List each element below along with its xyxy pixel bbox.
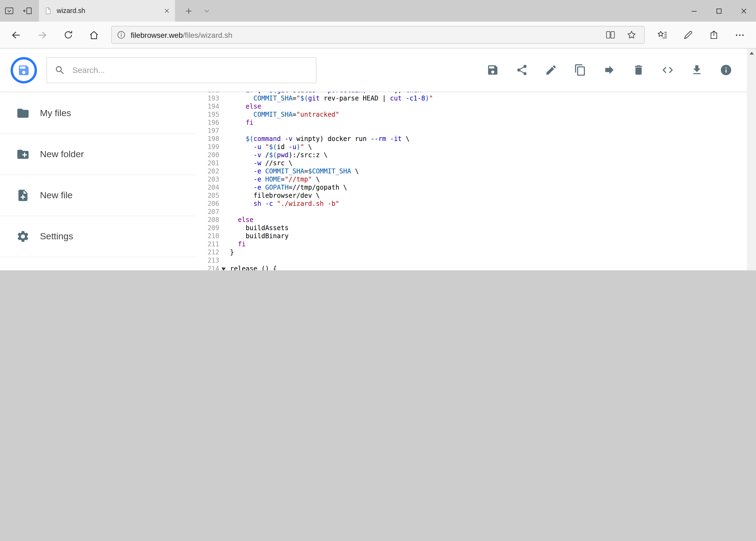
code-text: else [230, 103, 747, 111]
close-tab-icon[interactable] [164, 8, 169, 14]
sidebar-item-my-files[interactable]: My files [0, 93, 195, 134]
code-line[interactable]: 205 filebrowser/dev \ [195, 192, 747, 200]
pen-icon [682, 29, 693, 40]
move-button[interactable] [603, 64, 616, 76]
reading-view-button[interactable] [602, 30, 619, 40]
code-line[interactable]: 207 [195, 208, 747, 216]
code-line[interactable]: 194 else [195, 103, 747, 111]
info-icon [720, 64, 732, 76]
fold-gutter [219, 232, 230, 241]
code-text: fi [230, 241, 747, 249]
ellipsis-icon [734, 29, 745, 40]
fold-arrow-icon[interactable] [221, 268, 226, 270]
add-favorite-button[interactable] [623, 30, 639, 40]
copy-button[interactable] [574, 64, 587, 76]
new-tab-button[interactable] [179, 0, 197, 22]
scrollbar-up-button[interactable] [747, 49, 756, 58]
share-button[interactable] [516, 64, 528, 76]
window-close-button[interactable] [731, 0, 756, 22]
sidebar-item-settings[interactable]: Settings [0, 216, 195, 257]
code-line[interactable]: 199 -u "$(id -u)" \ [195, 143, 747, 151]
code-line[interactable]: 208 else [195, 216, 747, 224]
window-maximize-button[interactable] [706, 0, 731, 22]
tab-strip: wizard.sh [0, 0, 756, 22]
back-button[interactable] [3, 22, 29, 48]
code-line[interactable]: 203 -e HOME="//tmp" \ [195, 176, 747, 184]
fold-gutter [219, 119, 230, 127]
browser-share-button[interactable] [701, 22, 727, 48]
scrollbar-up-arrow-icon [749, 52, 754, 55]
code-line[interactable]: 195 COMMIT_SHA="untracked" [195, 111, 747, 119]
active-tab[interactable]: wizard.sh [39, 0, 175, 22]
code-line[interactable]: 213 [195, 257, 747, 265]
tab-list-button[interactable] [197, 0, 216, 22]
rename-button[interactable] [545, 64, 557, 76]
search-box[interactable] [46, 57, 316, 83]
window-minimize-button[interactable] [681, 0, 706, 22]
source-view-button[interactable] [661, 64, 674, 76]
code-line[interactable]: 210 buildBinary [195, 232, 747, 241]
fold-gutter [219, 241, 230, 249]
more-options-button[interactable] [727, 22, 753, 48]
line-number: 195 [195, 111, 219, 119]
code-line[interactable]: 211 fi [195, 241, 747, 249]
sidebar-item-logout[interactable]: Logout [0, 257, 195, 270]
line-number: 198 [195, 135, 219, 143]
line-number: 200 [195, 151, 219, 159]
code-text: release () { [230, 265, 747, 270]
delete-button[interactable] [632, 64, 645, 76]
download-button[interactable] [691, 64, 703, 76]
line-number: 196 [195, 119, 219, 127]
tabs-aside-button[interactable] [18, 0, 37, 22]
folder-icon [16, 106, 30, 120]
site-info-icon[interactable] [117, 30, 126, 39]
fold-gutter [219, 216, 230, 224]
code-line[interactable]: 209 buildAssets [195, 224, 747, 232]
download-icon [691, 64, 703, 76]
fold-gutter [219, 200, 230, 208]
browser-share-icon [708, 29, 719, 40]
line-number: 205 [195, 192, 219, 200]
code-line[interactable]: 192 if [ "$(git status --porcelain)" = "… [195, 92, 747, 95]
sidebar-item-new-folder[interactable]: New folder [0, 134, 195, 175]
page-scrollbar[interactable] [747, 49, 756, 270]
code-line[interactable]: 196 fi [195, 119, 747, 127]
refresh-button[interactable] [55, 22, 81, 48]
save-icon [487, 64, 499, 76]
code-line[interactable]: 204 -e GOPATH=//tmp/gopath \ [195, 184, 747, 192]
tab-preview-button[interactable] [0, 0, 18, 22]
share-icon [516, 64, 528, 76]
code-line[interactable]: 206 sh -c "./wizard.sh -b" [195, 200, 747, 208]
code-line[interactable]: 201 -w //src \ [195, 159, 747, 168]
search-input[interactable] [72, 65, 308, 75]
web-note-button[interactable] [675, 22, 701, 48]
save-button[interactable] [487, 64, 499, 76]
scrollbar-track[interactable] [747, 58, 756, 270]
line-number: 210 [195, 232, 219, 241]
code-line[interactable]: 214release () { [195, 265, 747, 270]
code-text: -e HOME="//tmp" \ [230, 176, 747, 184]
code-line[interactable]: 197 [195, 127, 747, 135]
code-line[interactable]: 212} [195, 249, 747, 257]
hub-favorites-button[interactable] [649, 22, 675, 48]
line-number: 199 [195, 143, 219, 151]
code-text [230, 208, 747, 216]
address-bar[interactable]: filebrowser.web/files/wizard.sh [111, 26, 645, 44]
code-line[interactable]: 193 COMMIT_SHA="$(git rev-parse HEAD | c… [195, 95, 747, 103]
folder-plus-icon [16, 148, 30, 161]
code-line[interactable]: 198 $(command -v winpty) docker run --rm… [195, 135, 747, 143]
code-editor[interactable]: 192 if [ "$(git status --porcelain)" = "… [195, 92, 756, 270]
app-logo[interactable] [10, 56, 38, 84]
info-button[interactable] [720, 64, 732, 76]
forward-button[interactable] [29, 22, 55, 48]
line-number: 192 [195, 92, 219, 95]
browser-navbar: filebrowser.web/files/wizard.sh [0, 22, 756, 49]
code-line[interactable]: 200 -v /$(pwd):/src:z \ [195, 151, 747, 159]
sidebar-items: My filesNew folderNew fileSettingsLogout [0, 93, 195, 270]
gear-icon [16, 230, 30, 243]
browser-window: wizard.sh [0, 0, 756, 270]
code-line[interactable]: 202 -e COMMIT_SHA=$COMMIT_SHA \ [195, 168, 747, 176]
file-browser-app: My filesNew folderNew fileSettingsLogout… [0, 49, 756, 270]
sidebar-item-new-file[interactable]: New file [0, 175, 195, 216]
home-button[interactable] [81, 22, 107, 48]
